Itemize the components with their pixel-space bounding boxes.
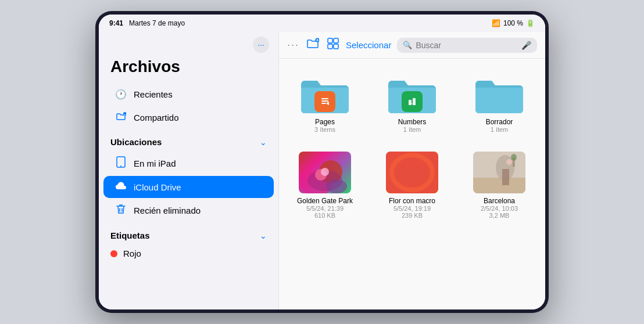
sidebar-item-eliminado[interactable]: Recién eliminado (103, 198, 274, 222)
svg-point-35 (511, 154, 517, 161)
pages-app-icon (314, 91, 335, 112)
svg-rect-11 (328, 44, 332, 49)
folder-borrador[interactable]: Borrador 1 ítem (460, 68, 538, 138)
borrador-folder-icon (473, 73, 525, 114)
svg-rect-19 (413, 98, 416, 105)
etiquetas-title: Etiquetas (110, 231, 150, 240)
icloud-icon (115, 182, 127, 192)
ubicaciones-section-header: Ubicaciones ⌄ (99, 129, 278, 150)
golden-gate-thumbnail (299, 152, 351, 193)
svg-rect-18 (409, 100, 412, 105)
recientes-icon: 🕐 (115, 89, 127, 100)
svg-rect-14 (321, 98, 328, 99)
ipad-icon (115, 156, 127, 170)
sidebar: ··· Archivos 🕐 Recientes + (99, 32, 279, 309)
wifi-icon: 📶 (492, 19, 500, 27)
svg-rect-17 (406, 95, 418, 108)
select-button[interactable]: Seleccionar (346, 40, 391, 50)
svg-rect-15 (321, 100, 328, 102)
search-input[interactable] (416, 41, 518, 50)
flor-thumbnail (386, 152, 438, 193)
spacer (279, 304, 545, 309)
svg-rect-10 (334, 38, 338, 43)
svg-rect-9 (328, 38, 332, 43)
file-grid: Pages 3 ítems (279, 59, 545, 304)
ubicaciones-title: Ubicaciones (110, 137, 162, 147)
photo-golden-gate[interactable]: Golden Gate Park 5/5/24, 21:39 610 KB (286, 147, 364, 224)
svg-rect-30 (473, 178, 525, 193)
compartido-icon: + (115, 111, 127, 123)
eliminado-icon (115, 204, 127, 217)
more-dots-icon: ··· (257, 40, 264, 49)
flor-meta2: 239 KB (402, 212, 423, 219)
recientes-label: Recientes (134, 89, 173, 99)
rojo-label: Rojo (123, 249, 141, 258)
numbers-name: Numbers (398, 118, 427, 126)
etiquetas-section-header: Etiquetas ⌄ (99, 222, 278, 244)
flor-meta1: 5/5/24, 19:19 (393, 205, 431, 212)
svg-point-3 (120, 165, 121, 167)
svg-rect-32 (502, 169, 509, 185)
ipad-label: En mi iPad (134, 159, 176, 168)
folder-pages[interactable]: Pages 3 ítems (286, 68, 364, 138)
flor-name: Flor con macro (389, 197, 435, 205)
pages-name: Pages (315, 118, 335, 126)
status-right: 📶 100 % 🔋 (492, 19, 535, 27)
status-time: 9:41 (109, 19, 123, 27)
sidebar-header: ··· (99, 32, 278, 55)
photo-barcelona[interactable]: Barcelona 2/5/24, 10:03 3,2 MB (460, 147, 538, 224)
status-bar: 9:41 Martes 7 de mayo 📶 100 % 🔋 (99, 15, 545, 32)
numbers-app-icon (402, 91, 423, 112)
barcelona-thumbnail (473, 152, 525, 193)
tag-rojo[interactable]: Rojo (103, 244, 274, 263)
svg-rect-12 (334, 44, 338, 49)
add-folder-button[interactable] (305, 37, 320, 53)
sidebar-item-ipad[interactable]: En mi iPad (103, 150, 274, 176)
device-screen: 9:41 Martes 7 de mayo 📶 100 % 🔋 ··· Arch… (99, 15, 545, 309)
device-frame: 9:41 Martes 7 de mayo 📶 100 % 🔋 ··· Arch… (95, 11, 549, 313)
content-toolbar: ··· (279, 32, 545, 59)
toolbar-dots: ··· (287, 39, 299, 51)
svg-point-24 (326, 179, 347, 193)
etiquetas-chevron-icon[interactable]: ⌄ (260, 231, 267, 240)
numbers-folder-icon (386, 73, 438, 114)
folder-numbers[interactable]: Numbers 1 ítem (373, 68, 451, 138)
main-area: ··· Archivos 🕐 Recientes + (99, 32, 545, 309)
rojo-dot (110, 250, 117, 257)
sidebar-item-compartido[interactable]: + Compartido (103, 106, 274, 129)
svg-rect-16 (321, 103, 326, 104)
barcelona-name: Barcelona (484, 197, 515, 205)
status-date: Martes 7 de mayo (129, 19, 185, 27)
svg-point-26 (321, 168, 329, 176)
svg-rect-20 (409, 103, 416, 104)
svg-point-33 (506, 159, 512, 165)
numbers-meta: 1 ítem (403, 126, 421, 133)
borrador-meta: 1 ítem (491, 126, 509, 133)
search-icon: 🔍 (403, 41, 412, 49)
more-button[interactable]: ··· (253, 37, 269, 53)
sidebar-item-icloud[interactable]: iCloud Drive (103, 176, 274, 198)
barcelona-meta1: 2/5/24, 10:03 (481, 205, 518, 212)
icloud-label: iCloud Drive (134, 182, 181, 192)
eliminado-label: Recién eliminado (134, 206, 201, 215)
golden-gate-meta2: 610 KB (314, 212, 335, 219)
ubicaciones-chevron-icon[interactable]: ⌄ (260, 138, 267, 147)
pages-folder-icon (299, 73, 351, 114)
compartido-label: Compartido (134, 113, 179, 123)
battery-icon: 🔋 (526, 19, 535, 27)
photo-flor[interactable]: Flor con macro 5/5/24, 19:19 239 KB (373, 147, 451, 224)
sidebar-title: Archivos (99, 55, 278, 83)
pages-meta: 3 ítems (314, 126, 335, 133)
sidebar-item-recientes[interactable]: 🕐 Recientes (103, 83, 274, 106)
golden-gate-name: Golden Gate Park (297, 197, 353, 205)
content-area: ··· (279, 32, 545, 309)
svg-text:+: + (124, 113, 126, 116)
tags-section: Rojo (99, 244, 278, 263)
barcelona-meta2: 3,2 MB (489, 212, 510, 219)
microphone-icon[interactable]: 🎤 (521, 41, 531, 50)
borrador-name: Borrador (486, 118, 513, 126)
golden-gate-meta1: 5/5/24, 21:39 (306, 205, 344, 212)
grid-view-button[interactable] (326, 37, 340, 53)
battery-label: 100 % (503, 19, 523, 27)
search-bar[interactable]: 🔍 🎤 (397, 38, 537, 53)
